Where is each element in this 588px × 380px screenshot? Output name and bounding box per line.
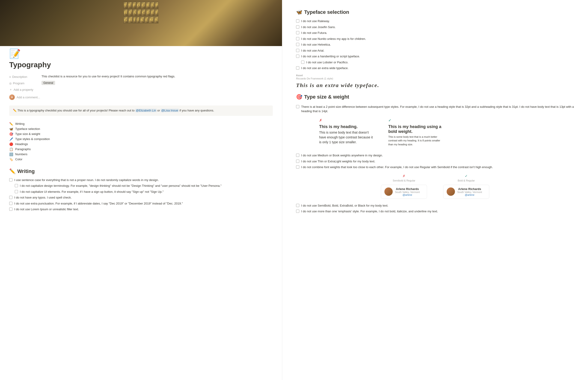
toc-item[interactable]: 🔴Headings <box>9 142 273 147</box>
good-weight-icon: ✓ <box>440 174 493 178</box>
toc-icon: 📋 <box>9 147 13 151</box>
checklist-item: I do not capitalize UI elements. For exa… <box>0 189 282 195</box>
bad-weight-icon: ✗ <box>378 174 431 178</box>
checkbox[interactable] <box>296 105 299 108</box>
right-panel: 🦋 Typeface selection I do not use Ralewa… <box>282 0 588 380</box>
bad-weight-label: Semibold & Regular <box>378 179 431 182</box>
checkbox[interactable] <box>296 160 299 163</box>
mention-lisa[interactable]: @Lisa Inoue <box>161 109 178 112</box>
bad-type-example: ✗ This is my heading. This is some body … <box>319 118 375 147</box>
add-property-button[interactable]: ＋ Add a property <box>0 87 282 93</box>
toc-item[interactable]: 🦋Typeface selection <box>9 126 273 132</box>
good-type-example: ✓ This is my heading using a bold weight… <box>388 118 444 147</box>
toc-item[interactable]: 🏷️Color <box>9 157 273 162</box>
bad-body: This is some body text that doesn't have… <box>319 130 375 145</box>
callout-icon: ✏️ <box>13 109 17 112</box>
toc-item[interactable]: 📋Paragraphs <box>9 147 273 152</box>
bottom-type-item: I do not use SemiBold, Bold, ExtraBold, … <box>296 203 574 208</box>
checkbox[interactable] <box>296 165 299 169</box>
typeface-checklist-item: I do not use Arial. <box>296 48 574 53</box>
plus-icon: ＋ <box>9 88 12 92</box>
checklist-item: I do not use Lorem Ipsum or unrealistic … <box>0 206 282 212</box>
toc-item[interactable]: 🔢Numbers <box>9 152 273 157</box>
comment-area[interactable]: A Add a comment... <box>0 93 282 102</box>
good-profile-name: Arlene Richards <box>457 187 482 191</box>
good-body: This is some body text that is a much be… <box>388 135 444 147</box>
avatar: A <box>9 95 15 100</box>
bad-profile-avatar <box>384 188 393 196</box>
checkbox[interactable] <box>15 184 18 187</box>
checkbox[interactable] <box>296 55 299 58</box>
writing-icon: ✏️ <box>9 168 16 174</box>
program-label: ◎ Program <box>9 81 37 85</box>
toc-item[interactable]: ✏️Writing <box>9 121 273 126</box>
weight-comparison: ✗ Semibold & Regular Arlene Richards Sou… <box>378 174 493 199</box>
checkbox[interactable] <box>296 204 299 207</box>
additional-type-item: I do not use Medium or Book weights anyw… <box>296 153 574 158</box>
typeface-demo: This is an extra wide typeface. <box>296 82 574 88</box>
good-profile-info: Arlene Richards South Valley, Vermont @a… <box>457 187 482 196</box>
checkbox[interactable] <box>9 208 12 211</box>
page-icon-area: 📝 <box>0 46 282 59</box>
typeface-checklist-item: I do not use an extra wide typeface. <box>296 66 574 71</box>
checkbox[interactable] <box>296 31 299 34</box>
checklist-item: I do not use extra punctuation. For exam… <box>0 201 282 207</box>
checkbox[interactable] <box>296 43 299 46</box>
toc-item[interactable]: 🖊️Type styles & composition <box>9 136 273 142</box>
hero-image: TYP OGR AP HYA BCD EF GHI JKL MN <box>0 0 282 46</box>
checkbox[interactable] <box>296 25 299 29</box>
bad-weight-example: ✗ Semibold & Regular Arlene Richards Sou… <box>378 174 431 199</box>
checklist-item: I do not capitalize design terminology. … <box>0 183 282 189</box>
checklist-item: I do not have any typos. I used spell ch… <box>0 195 282 201</box>
checkbox[interactable] <box>296 49 299 52</box>
left-panel: TYP OGR AP HYA BCD EF GHI JKL MN 📝 Typog… <box>0 0 282 380</box>
page-title: Typography <box>0 60 282 69</box>
toc-item[interactable]: 🎯Type size & weight <box>9 132 273 136</box>
bad-profile-card: Arlene Richards South Valley, Vermont @a… <box>381 185 427 199</box>
checkbox[interactable] <box>9 178 12 181</box>
checkbox[interactable] <box>296 154 299 157</box>
checkbox[interactable] <box>301 60 304 64</box>
description-value: This checklist is a resource for you to … <box>42 75 175 78</box>
toc-icon: ✏️ <box>9 122 13 126</box>
typeface-checklist-item: I do not use a handwriting or script typ… <box>296 54 574 59</box>
good-weight-label: Bold & Regular <box>440 179 493 182</box>
bottom-type-item: I do not use more than one 'emphasis' st… <box>296 209 574 214</box>
checklist-item: I use sentence case for everything that … <box>0 177 282 183</box>
mention-elizabeth[interactable]: @Elizabeth Lin <box>135 109 157 112</box>
checkbox[interactable] <box>9 202 12 205</box>
checkbox[interactable] <box>296 37 299 40</box>
type-comparison: ✗ This is my heading. This is some body … <box>296 118 574 147</box>
checkbox[interactable] <box>9 196 12 199</box>
bad-profile-name: Arlene Richards <box>395 187 420 191</box>
bad-profile-location: South Valley, Vermont <box>395 191 420 193</box>
typeface-checklist-item: I do not use Raleway. <box>296 19 574 23</box>
checkbox[interactable] <box>15 190 18 193</box>
checkbox[interactable] <box>296 19 299 22</box>
bad-profile-info: Arlene Richards South Valley, Vermont @a… <box>395 187 420 196</box>
description-icon: ≡ <box>9 75 11 78</box>
table-of-contents: ✏️Writing🦋Typeface selection🎯Type size &… <box>0 119 282 164</box>
checkbox[interactable] <box>296 66 299 70</box>
good-profile-handle: @arlene <box>457 193 482 196</box>
description-label: ≡ Description <box>9 75 37 78</box>
program-icon: ◎ <box>9 82 12 85</box>
asset-subtext: Riccardo De Framework (1 style) <box>296 77 574 80</box>
description-property: ≡ Description This checklist is a resour… <box>0 74 282 80</box>
typeface-section-heading: 🦋 Typeface selection <box>296 9 574 15</box>
additional-type-item: I do not use Thin or ExtraLight weights … <box>296 159 574 164</box>
writing-section-heading: ✏️ Writing <box>0 164 282 177</box>
typeface-checklist-item: I do not use Nunito unless my app is for… <box>296 37 574 41</box>
callout-box: ✏️ This is a typography checklist you sh… <box>9 105 273 116</box>
additional-type-item: I do not combine font weights that look … <box>296 165 574 170</box>
bad-status-icon: ✗ <box>319 118 375 123</box>
good-profile-avatar <box>447 188 455 196</box>
toc-icon: 🎯 <box>9 132 13 136</box>
program-property: ◎ Program General <box>0 80 282 87</box>
good-heading: This is my heading using a bold weight. <box>388 124 444 134</box>
good-weight-example: ✓ Bold & Regular Arlene Richards South V… <box>440 174 493 199</box>
typeface-icon: 🦋 <box>296 9 302 15</box>
type-size-section-heading: 🎯 Type size & weight <box>296 94 574 100</box>
type-size-main-item: There is at least a 2 point size differe… <box>296 105 574 114</box>
checkbox[interactable] <box>296 209 299 213</box>
